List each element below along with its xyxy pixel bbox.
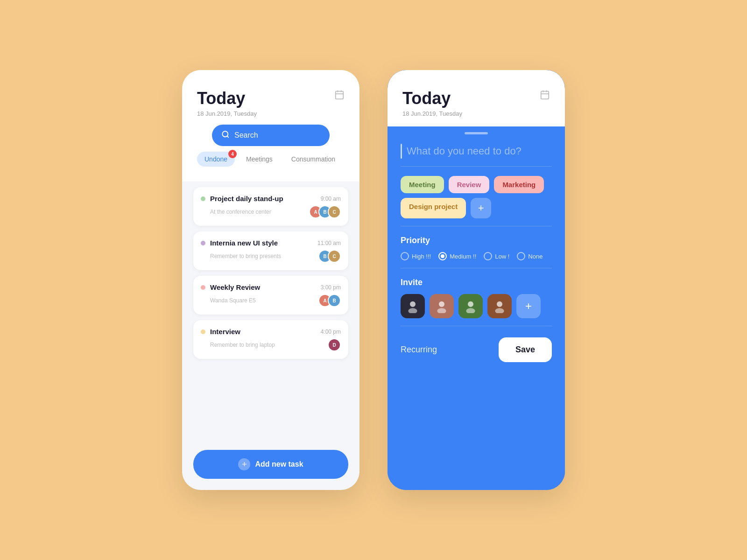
add-task-label: Add new task (255, 460, 303, 469)
avatar: C (328, 250, 341, 263)
invite-section: Invite + (401, 268, 552, 326)
tab-undone[interactable]: Undone 4 (197, 152, 235, 167)
task-location-3: Wanda Square E5 (210, 297, 256, 304)
priority-low-label: Low ! (495, 253, 509, 260)
task-avatars-4: D (328, 338, 341, 351)
tag-design-project[interactable]: Design project (401, 198, 466, 218)
task-avatars-1: A B C (309, 205, 341, 218)
task-dot-1 (201, 196, 205, 201)
task-time-1: 9:00 am (321, 196, 341, 202)
avatar: C (328, 205, 341, 218)
left-phone: Today 18 Jun.2019, Tuesday Search Undone (182, 70, 359, 490)
left-date: 18 Jun.2019, Tuesday (197, 110, 345, 117)
calendar-icon-left (334, 90, 345, 102)
invite-title: Invite (401, 278, 552, 287)
task-title-3: Weekly Review (210, 283, 260, 291)
tag-marketing[interactable]: Marketing (494, 176, 544, 193)
invite-avatar-4[interactable] (487, 294, 512, 318)
invite-avatar-1[interactable] (401, 294, 425, 318)
blue-body: What do you need to do? Meeting Review M… (388, 126, 565, 490)
task-list: Project daily stand-up 9:00 am At the co… (182, 182, 359, 450)
task-card-4[interactable]: Interview 4:00 pm Remember to bring lapt… (193, 320, 348, 359)
tag-meeting[interactable]: Meeting (401, 176, 444, 193)
task-location-4: Remember to bring laptop (210, 342, 275, 348)
search-icon (221, 130, 230, 140)
avatar: B (328, 294, 341, 307)
priority-medium-label: Medium !! (450, 253, 476, 260)
search-label: Search (234, 131, 258, 140)
task-card-3[interactable]: Weekly Review 3:00 pm Wanda Square E5 A … (193, 276, 348, 315)
priority-none-label: None (528, 253, 543, 260)
task-avatars-3: A B (318, 294, 341, 307)
text-cursor (401, 144, 402, 159)
task-title-1: Project daily stand-up (210, 195, 283, 203)
svg-point-4 (222, 131, 228, 137)
task-dot-3 (201, 285, 205, 290)
task-time-3: 3:00 pm (321, 284, 341, 291)
task-location-1: At the conference center (210, 209, 271, 215)
svg-point-11 (408, 308, 417, 313)
add-category-button[interactable]: + (471, 198, 491, 218)
task-location-2: Remember to bring presents (210, 253, 281, 259)
priority-section: Priority High !!! Medium !! Low ! (401, 226, 552, 268)
recurring-button[interactable]: Recurring (401, 345, 437, 355)
search-bar[interactable]: Search (212, 125, 330, 146)
left-title: Today (197, 89, 345, 108)
task-dot-2 (201, 241, 205, 245)
priority-none[interactable]: None (517, 252, 543, 260)
plus-icon: + (238, 458, 250, 470)
invite-avatar-3[interactable] (458, 294, 483, 318)
right-title: Today (402, 89, 550, 108)
right-phone: Today 18 Jun.2019, Tuesday What do you n… (388, 70, 565, 490)
priority-options: High !!! Medium !! Low ! None (401, 252, 552, 260)
svg-point-17 (495, 308, 504, 313)
task-input-placeholder: What do you need to do? (407, 145, 521, 157)
invite-avatar-2[interactable] (430, 294, 454, 318)
tab-meetings[interactable]: Meetings (239, 152, 280, 167)
svg-point-13 (437, 308, 446, 313)
left-header: Today 18 Jun.2019, Tuesday Search Undone (182, 70, 359, 182)
right-date: 18 Jun.2019, Tuesday (402, 110, 550, 117)
tab-consummation[interactable]: Consummation (284, 152, 343, 167)
radio-medium (438, 252, 447, 260)
priority-high-label: High !!! (412, 253, 431, 260)
task-dot-4 (201, 329, 205, 334)
task-title-2: Internia new UI style (210, 239, 278, 247)
task-card-2[interactable]: Internia new UI style 11:00 am Remember … (193, 231, 348, 270)
invite-avatars: + (401, 294, 552, 318)
priority-low[interactable]: Low ! (484, 252, 509, 260)
tab-badge-undone: 4 (228, 150, 237, 158)
invite-add-button[interactable]: + (516, 294, 541, 318)
add-task-button[interactable]: + Add new task (193, 450, 348, 479)
radio-medium-fill (441, 254, 444, 258)
task-card-1[interactable]: Project daily stand-up 9:00 am At the co… (193, 187, 348, 226)
save-button[interactable]: Save (499, 337, 552, 362)
task-input-area[interactable]: What do you need to do? (401, 134, 552, 167)
tag-review[interactable]: Review (449, 176, 490, 193)
svg-point-15 (466, 308, 475, 313)
svg-line-5 (227, 136, 228, 137)
priority-high[interactable]: High !!! (401, 252, 431, 260)
svg-point-10 (410, 301, 416, 307)
priority-medium[interactable]: Medium !! (438, 252, 476, 260)
avatar: D (328, 338, 341, 351)
task-time-2: 11:00 am (317, 240, 341, 246)
svg-rect-6 (541, 91, 549, 99)
calendar-icon-right (540, 90, 550, 102)
category-tags: Meeting Review Marketing Design project … (401, 167, 552, 226)
radio-none (517, 252, 525, 260)
right-header: Today 18 Jun.2019, Tuesday (388, 70, 565, 126)
svg-point-14 (468, 301, 473, 307)
radio-low (484, 252, 492, 260)
svg-point-12 (439, 301, 444, 307)
svg-point-16 (497, 301, 502, 307)
task-time-4: 4:00 pm (321, 329, 341, 335)
task-avatars-2: B C (318, 250, 341, 263)
priority-title: Priority (401, 236, 552, 245)
bottom-actions: Recurring Save (401, 326, 552, 377)
task-title-4: Interview (210, 328, 240, 336)
svg-rect-0 (336, 91, 344, 99)
tab-bar: Undone 4 Meetings Consummation (182, 152, 359, 172)
radio-high (401, 252, 409, 260)
